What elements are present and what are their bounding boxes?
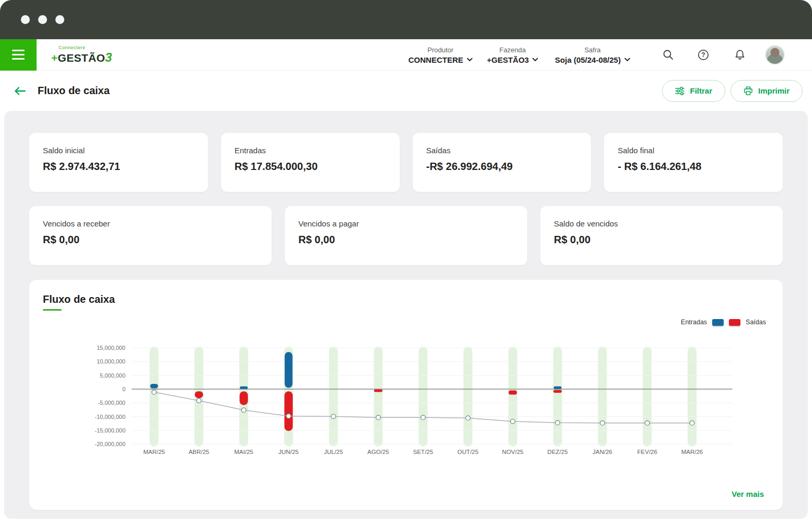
selector-safra[interactable]: Safra Soja (05/24-08/25) [555,46,630,64]
card-value: R$ 17.854.000,30 [235,161,386,173]
chart-title: Fluxo de caixa [43,293,769,305]
overdue-cards-row: Vencidos a receber R$ 0,00 Vencidos a pa… [29,206,783,265]
card-vencidos-receber: Vencidos a receber R$ 0,00 [29,206,272,265]
svg-text:MAI/25: MAI/25 [234,449,253,455]
legend-label-saidas: Saídas [746,319,766,326]
svg-text:5,000,000: 5,000,000 [100,372,125,379]
cashflow-chart-card: Fluxo de caixa Entradas Saídas 15,000,00… [29,280,783,510]
logo-main-text: +GESTÃO3 [51,51,112,64]
svg-text:?: ? [701,51,705,59]
window-dot[interactable] [38,15,47,24]
svg-text:MAR/25: MAR/25 [143,449,165,455]
ver-mais-link[interactable]: Ver mais [732,490,764,498]
svg-text:JUL/25: JUL/25 [324,449,343,455]
card-value: R$ 0,00 [554,234,769,246]
svg-text:AGO/25: AGO/25 [367,449,389,455]
selector-value: CONNECTERE [408,55,463,64]
arrow-left-icon [14,86,26,96]
window-dot[interactable] [55,15,64,24]
card-value: R$ 0,00 [298,234,514,246]
print-button-label: Imprimir [758,86,790,95]
card-saldo-final: Saldo final - R$ 6.164.261,48 [604,133,783,192]
card-label: Saídas [426,146,578,155]
selector-fazenda[interactable]: Fazenda +GESTÃO3 [487,46,538,64]
help-icon: ? [698,49,709,61]
printer-icon [744,86,753,96]
chart-legend: Entradas Saídas [681,319,766,326]
search-button[interactable] [658,46,677,64]
card-label: Saldo final [618,146,769,155]
card-value: -R$ 26.992.694,49 [426,161,578,173]
svg-text:15,000,000: 15,000,000 [97,345,125,351]
summary-cards-row: Saldo inicial R$ 2.974.432,71 Entradas R… [29,133,783,192]
selector-value: +GESTÃO3 [487,55,529,64]
card-entradas: Entradas R$ 17.854.000,30 [221,133,400,192]
print-button[interactable]: Imprimir [730,80,803,102]
svg-text:-10,000,000: -10,000,000 [95,414,125,420]
content-area: Saldo inicial R$ 2.974.432,71 Entradas R… [4,111,808,519]
svg-text:-5,000,000: -5,000,000 [98,400,125,406]
card-label: Entradas [235,146,386,155]
card-saldo-inicial: Saldo inicial R$ 2.974.432,71 [29,133,208,192]
svg-text:NOV/25: NOV/25 [502,449,524,455]
filter-button-label: Filtrar [690,86,712,95]
svg-text:10,000,000: 10,000,000 [97,358,125,365]
menu-button[interactable] [0,39,37,71]
svg-text:MAR/26: MAR/26 [681,449,703,455]
card-value: - R$ 6.164.261,48 [618,161,769,173]
filter-button[interactable]: Filtrar [662,80,725,102]
svg-text:FEV/26: FEV/26 [637,449,657,455]
svg-text:OUT/25: OUT/25 [457,449,478,455]
page-toolbar: Fluxo de caixa Filtrar Imprimir [0,71,812,111]
svg-text:-15,000,000: -15,000,000 [95,427,125,434]
page-title: Fluxo de caixa [38,85,110,97]
selector-label: Fazenda [487,46,538,53]
card-value: R$ 0,00 [43,234,258,246]
window-dot[interactable] [21,15,30,24]
selector-value: Soja (05/24-08/25) [555,55,621,64]
chevron-down-icon [467,58,473,61]
avatar[interactable] [765,45,785,65]
logo-small-text: Connectere [59,46,112,50]
svg-text:DEZ/25: DEZ/25 [548,449,568,455]
card-saidas: Saídas -R$ 26.992.694,49 [413,133,591,192]
bell-icon [734,49,746,61]
selector-label: Produtor [408,46,472,53]
legend-swatch-entradas [712,319,724,326]
chevron-down-icon [624,58,630,61]
card-vencidos-pagar: Vencidos a pagar R$ 0,00 [285,206,527,265]
app-window: Connectere +GESTÃO3 Produtor CONNECTERE … [0,0,812,523]
chevron-down-icon [532,58,538,61]
card-label: Vencidos a receber [43,219,258,228]
svg-text:JAN/26: JAN/26 [593,449,612,455]
card-value: R$ 2.974.432,71 [43,161,194,173]
svg-text:ABR/25: ABR/25 [189,449,210,455]
notifications-button[interactable] [730,46,749,64]
filter-sliders-icon [675,87,685,95]
svg-text:0: 0 [122,386,125,392]
back-button[interactable] [9,82,30,100]
search-icon [663,49,674,60]
cashflow-chart: 15,000,00010,000,0005,000,0000-5,000,000… [43,341,769,465]
selector-label: Safra [555,46,630,53]
selector-produtor[interactable]: Produtor CONNECTERE [408,46,472,64]
legend-swatch-saidas [729,319,740,326]
chart-title-underline [43,309,62,311]
help-button[interactable]: ? [694,46,713,64]
svg-text:JUN/25: JUN/25 [279,449,298,455]
svg-text:-20,000,000: -20,000,000 [95,441,125,447]
window-titlebar [0,0,812,39]
card-label: Vencidos a pagar [298,219,514,228]
card-saldo-vencidos: Saldo de vencidos R$ 0,00 [540,206,783,265]
logo: Connectere +GESTÃO3 [51,46,112,64]
legend-label-entradas: Entradas [681,319,707,326]
card-label: Saldo inicial [43,146,194,155]
card-label: Saldo de vencidos [554,219,769,228]
svg-text:SET/25: SET/25 [413,449,433,455]
app-header: Connectere +GESTÃO3 Produtor CONNECTERE … [0,39,812,71]
